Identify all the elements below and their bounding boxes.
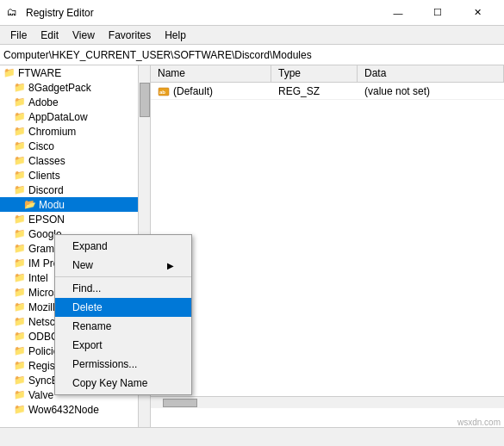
context-menu-item[interactable]: Find... [55, 279, 191, 298]
close-button[interactable]: ✕ [457, 0, 497, 26]
watermark: wsxdn.com [457, 418, 501, 427]
folder-icon: 📁 [14, 214, 26, 225]
tree-item[interactable]: 📁Chromium [0, 124, 138, 139]
folder-icon: 📁 [14, 126, 26, 137]
folder-icon: 📁 [14, 331, 26, 342]
tree-item[interactable]: 📁Clients [0, 168, 138, 183]
folder-icon: 📁 [14, 272, 26, 283]
folder-icon: 📁 [14, 345, 26, 356]
tree-item-label: Clients [28, 170, 60, 182]
window-controls: — ☐ ✕ [378, 0, 497, 26]
title-bar: 🗂 Registry Editor — ☐ ✕ [0, 0, 504, 26]
submenu-arrow-icon: ▶ [167, 261, 174, 270]
context-menu-item[interactable]: Expand [55, 237, 191, 256]
menu-item-help[interactable]: Help [158, 28, 193, 43]
tree-item[interactable]: 📁FTWARE [0, 65, 138, 80]
main-content: 📁FTWARE📁8GadgetPack📁Adobe📁AppDataLow📁Chr… [0, 65, 504, 427]
hscroll-thumb [163, 399, 197, 407]
tree-item-label: 8GadgetPack [28, 82, 91, 94]
window-title: Registry Editor [26, 7, 378, 19]
menu-item-favorites[interactable]: Favorites [102, 28, 158, 43]
address-path: Computer\HKEY_CURRENT_USER\SOFTWARE\Disc… [3, 49, 312, 61]
col-header-data: Data [358, 65, 504, 82]
folder-icon: 📁 [14, 375, 26, 386]
folder-icon: 📁 [14, 155, 26, 166]
folder-icon: 📁 [14, 96, 26, 108]
folder-icon: 📁 [14, 111, 26, 122]
folder-icon: 📁 [14, 301, 26, 313]
context-menu-item-label: Expand [72, 240, 108, 252]
tree-item-label: Chromium [28, 126, 76, 138]
menu-item-edit[interactable]: Edit [34, 28, 65, 43]
folder-icon: 📁 [3, 67, 16, 78]
folder-icon: 📁 [14, 287, 26, 298]
context-menu-separator [55, 276, 191, 277]
context-menu-item[interactable]: Rename [55, 317, 191, 336]
tree-item-label: Modu [39, 199, 65, 211]
reg-sz-icon: ab [158, 85, 170, 97]
context-menu-item-label: Permissions... [72, 358, 137, 370]
tree-item-label: Intel [28, 272, 48, 284]
tree-item[interactable]: 📁Wow6432Node [0, 402, 138, 417]
folder-icon: 📁 [14, 170, 26, 181]
tree-item-label: Discord [28, 184, 64, 196]
context-menu: ExpandNew▶Find...DeleteRenameExportPermi… [54, 234, 192, 395]
tree-item-label: Valve [28, 389, 53, 401]
menu-item-file[interactable]: File [3, 28, 34, 43]
context-menu-item[interactable]: Copy Key Name [55, 374, 191, 393]
horizontal-scrollbar[interactable] [151, 396, 504, 408]
menu-bar: FileEditViewFavoritesHelp [0, 26, 504, 45]
context-menu-item[interactable]: Permissions... [55, 355, 191, 374]
context-menu-item-label: New [72, 259, 93, 271]
cell-data: (value not set) [358, 85, 504, 97]
maximize-button[interactable]: ☐ [418, 0, 457, 26]
context-menu-item-label: Find... [72, 282, 101, 294]
folder-icon: 📁 [14, 184, 26, 195]
folder-icon: 📁 [14, 389, 26, 400]
col-header-type: Type [271, 65, 358, 82]
folder-icon: 📁 [14, 257, 26, 269]
context-menu-item-label: Copy Key Name [72, 377, 147, 389]
folder-icon: 📁 [14, 228, 26, 239]
folder-icon: 📁 [14, 82, 26, 93]
folder-icon: 📁 [14, 404, 26, 415]
svg-text:ab: ab [159, 90, 165, 95]
folder-icon: 📁 [14, 140, 26, 152]
app-icon: 🗂 [7, 6, 21, 20]
tree-item-label: AppDataLow [28, 111, 88, 123]
scrollbar-thumb[interactable] [140, 83, 150, 117]
column-headers: Name Type Data [151, 65, 504, 83]
cell-type: REG_SZ [271, 85, 358, 97]
tree-item[interactable]: 📁AppDataLow [0, 109, 138, 124]
tree-item[interactable]: 📂Modu [0, 197, 138, 212]
context-menu-item-label: Delete [72, 301, 103, 313]
tree-item[interactable]: 📁8GadgetPack [0, 80, 138, 95]
context-menu-item[interactable]: Delete [55, 298, 191, 317]
registry-row[interactable]: ab (Default) REG_SZ (value not set) [151, 83, 504, 100]
minimize-button[interactable]: — [378, 0, 418, 26]
address-bar: Computer\HKEY_CURRENT_USER\SOFTWARE\Disc… [0, 45, 504, 65]
folder-icon: 📁 [14, 243, 26, 254]
tree-item[interactable]: 📁Adobe [0, 95, 138, 109]
tree-item-label: Wow6432Node [28, 404, 99, 416]
tree-item[interactable]: 📁Cisco [0, 139, 138, 153]
tree-item[interactable]: 📁Classes [0, 153, 138, 168]
tree-item-label: Cisco [28, 140, 54, 152]
col-header-name: Name [151, 65, 271, 82]
context-menu-item[interactable]: Export [55, 336, 191, 355]
context-menu-item[interactable]: New▶ [55, 256, 191, 275]
context-menu-item-label: Rename [72, 320, 111, 332]
cell-name: ab (Default) [151, 85, 271, 97]
tree-item[interactable]: 📁EPSON [0, 212, 138, 226]
tree-item[interactable]: 📁Discord [0, 183, 138, 197]
folder-icon: 📁 [14, 316, 26, 327]
folder-icon: 📂 [24, 199, 36, 210]
tree-item-label: FTWARE [18, 67, 61, 79]
status-bar [0, 427, 504, 446]
tree-item-label: Classes [28, 155, 65, 167]
menu-item-view[interactable]: View [65, 28, 102, 43]
folder-icon: 📁 [14, 360, 26, 371]
right-panel: Name Type Data ab (Default) REG_SZ (valu… [151, 65, 504, 427]
tree-item-label: EPSON [28, 214, 65, 226]
context-menu-item-label: Export [72, 339, 103, 351]
